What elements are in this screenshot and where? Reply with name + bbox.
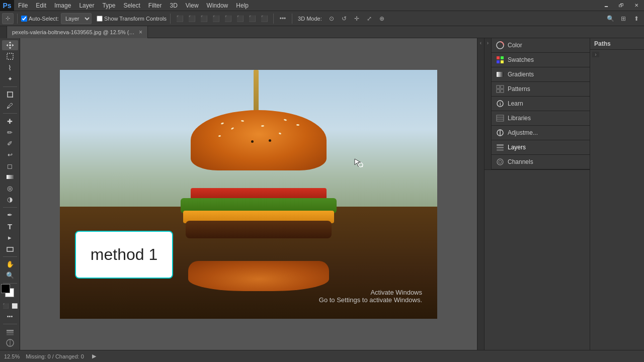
- auto-select-input[interactable]: [21, 16, 27, 22]
- layers-panel-section: Layers: [492, 140, 590, 155]
- adjustments-label: Adjustme...: [508, 129, 538, 136]
- tool-separator-3: [3, 207, 17, 208]
- marquee-tool[interactable]: [2, 51, 18, 61]
- shape-tool[interactable]: [2, 244, 18, 254]
- layers-panel-row[interactable]: Layers: [492, 140, 590, 154]
- align-top-edges[interactable]: ⬛: [174, 13, 185, 24]
- layers-icon: [496, 143, 505, 152]
- align-left-edges[interactable]: ⬛: [210, 13, 221, 24]
- auto-select-checkbox[interactable]: Auto-Select:: [21, 16, 59, 22]
- close-button[interactable]: ✕: [629, 0, 644, 11]
- 3d-mode-1[interactable]: ⊙: [326, 13, 337, 24]
- svg-point-30: [499, 160, 502, 163]
- crop-tool[interactable]: [2, 89, 18, 100]
- dodge-tool[interactable]: ◑: [2, 195, 18, 205]
- more-options-button[interactable]: •••: [277, 13, 288, 24]
- layers-label: Layers: [508, 144, 526, 151]
- menu-filter[interactable]: Filter: [144, 1, 166, 10]
- color-preview[interactable]: [2, 286, 18, 300]
- svg-rect-19: [501, 89, 504, 93]
- 3d-mode-3[interactable]: ✛: [351, 13, 362, 24]
- patterns-panel-section: Patterns: [492, 82, 590, 97]
- color-icon: [496, 41, 505, 50]
- search-icon[interactable]: 🔍: [605, 13, 616, 24]
- type-tool[interactable]: T: [2, 221, 18, 231]
- foreground-color-box[interactable]: [1, 284, 10, 293]
- menu-file[interactable]: File: [14, 1, 32, 10]
- workspace-icon[interactable]: ⊞: [618, 13, 629, 24]
- quick-mask-btn[interactable]: ⬛: [2, 302, 10, 310]
- svg-rect-3: [7, 247, 13, 251]
- eyedropper-tool[interactable]: 🖊: [2, 101, 18, 111]
- svg-rect-2: [7, 175, 14, 179]
- divider-2: [170, 14, 171, 24]
- panel-collapse-left[interactable]: ›: [485, 38, 492, 169]
- align-v-center[interactable]: ⬛: [186, 13, 197, 24]
- menu-window[interactable]: Window: [203, 1, 232, 10]
- pen-tool[interactable]: ✒: [2, 210, 18, 220]
- paths-collapse[interactable]: ›: [590, 50, 644, 59]
- adjust-icon-left[interactable]: [2, 338, 18, 348]
- left-panel-collapse[interactable]: ‹: [477, 38, 484, 350]
- gradients-panel-row[interactable]: Gradients: [492, 67, 590, 81]
- distribute-top[interactable]: ⬛: [247, 13, 258, 24]
- patterns-panel-row[interactable]: Patterns: [492, 82, 590, 96]
- layer-select[interactable]: Layer Group: [61, 13, 92, 24]
- more-tools-btn[interactable]: •••: [2, 311, 18, 321]
- move-tool[interactable]: [2, 40, 18, 50]
- menu-edit[interactable]: Edit: [32, 1, 50, 10]
- 3d-mode-5[interactable]: ⊕: [376, 13, 387, 24]
- screen-mode-btn[interactable]: ⬜: [11, 302, 19, 310]
- learn-panel-row[interactable]: i Learn: [492, 97, 590, 111]
- align-bottom-edges[interactable]: ⬛: [198, 13, 209, 24]
- maximize-button[interactable]: 🗗: [614, 0, 629, 11]
- menu-select[interactable]: Select: [119, 1, 144, 10]
- channels-panel-row[interactable]: Channels: [492, 155, 590, 169]
- hand-tool[interactable]: ✋: [2, 259, 18, 269]
- align-right-edges[interactable]: ⬛: [234, 13, 246, 24]
- divider-1: [17, 14, 18, 24]
- blur-tool[interactable]: ◎: [2, 184, 18, 194]
- menu-type[interactable]: Type: [98, 1, 119, 10]
- path-select-tool[interactable]: ▸: [2, 232, 18, 242]
- menu-image[interactable]: Image: [50, 1, 75, 10]
- layers-icon-left[interactable]: [2, 327, 18, 337]
- clone-stamp-tool[interactable]: ✐: [2, 138, 18, 148]
- 3d-mode-2[interactable]: ↺: [339, 13, 350, 24]
- svg-rect-28: [497, 149, 504, 151]
- quick-select-tool[interactable]: ✦: [2, 74, 18, 84]
- share-icon[interactable]: ⬆: [631, 13, 642, 24]
- eraser-tool[interactable]: ◻: [2, 161, 18, 171]
- canvas-area[interactable]: method 1 Activate Windows Go to Settings…: [20, 38, 477, 350]
- color-panel-row[interactable]: Color: [492, 38, 590, 52]
- document-tab[interactable]: pexels-valeria-boltneva-1639565.jpg @ 12…: [7, 26, 148, 38]
- move-tool-icon[interactable]: ⊹: [2, 13, 14, 24]
- swatches-panel-row[interactable]: Swatches: [492, 53, 590, 67]
- method-text-box[interactable]: method 1: [75, 231, 173, 279]
- libraries-panel-row[interactable]: Libraries: [492, 111, 590, 125]
- app-icon: Ps: [0, 0, 14, 11]
- lasso-tool[interactable]: ⌇: [2, 63, 18, 73]
- paths-collapse-btn[interactable]: ›: [592, 52, 599, 57]
- distribute-v[interactable]: ⬛: [259, 13, 270, 24]
- adjustments-panel-row[interactable]: Adjustme...: [492, 126, 590, 140]
- menu-help[interactable]: Help: [232, 1, 253, 10]
- transform-controls-input[interactable]: [97, 16, 103, 22]
- svg-rect-5: [7, 332, 14, 333]
- zoom-tool[interactable]: 🔍: [2, 270, 18, 281]
- transform-controls-checkbox[interactable]: Show Transform Controls: [97, 16, 167, 22]
- left-collapse-btn[interactable]: [0, 26, 7, 38]
- menu-view[interactable]: View: [182, 1, 203, 10]
- spot-heal-tool[interactable]: ✚: [2, 116, 18, 126]
- menu-3d[interactable]: 3D: [166, 1, 181, 10]
- tool-separator-2: [3, 113, 17, 114]
- tab-close-button[interactable]: ×: [139, 29, 142, 36]
- menu-layer[interactable]: Layer: [75, 1, 98, 10]
- status-arrow[interactable]: ▶: [92, 353, 96, 359]
- align-h-center[interactable]: ⬛: [222, 13, 233, 24]
- brush-tool[interactable]: ✏: [2, 127, 18, 137]
- minimize-button[interactable]: 🗕: [599, 0, 614, 11]
- history-brush-tool[interactable]: ↩: [2, 150, 18, 160]
- 3d-mode-4[interactable]: ⤢: [364, 13, 375, 24]
- gradient-tool[interactable]: [2, 172, 18, 182]
